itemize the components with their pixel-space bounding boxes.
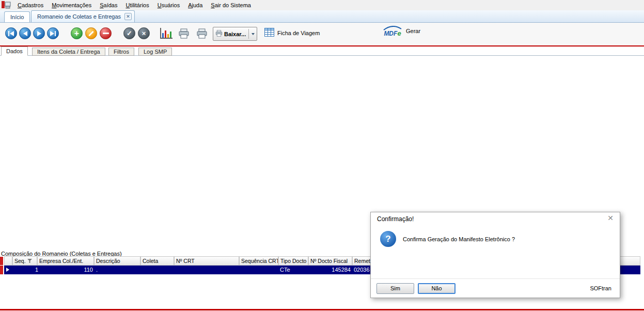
mdfe-logo: MDFe [382, 26, 403, 41]
menu-cadastros[interactable]: Cadastros [13, 0, 48, 10]
application-window: Cadastros Movimentações Saídas Utilitári… [0, 0, 644, 311]
toolbar: + ✓ × Baixar... Ficha de Viagem MDFe Ger… [0, 23, 644, 46]
comp-grid-header-seqcrt[interactable]: Sequência CRT [239, 256, 278, 266]
baixar-label: Baixar... [224, 31, 246, 37]
menu-movimentacoes[interactable]: Movimentações [48, 0, 96, 10]
comp-cell-descricao: . [96, 266, 137, 274]
comp-grid-row-indicator-icon [6, 268, 9, 272]
nav-last-button[interactable] [47, 27, 59, 39]
menu-sair-do-sistema[interactable]: Sair do Sistema [207, 0, 255, 10]
baixar-dropdown-arrow[interactable] [250, 28, 256, 40]
comp-cell-ndocto: 145284 [308, 266, 351, 274]
subtab-filtros[interactable]: Filtros [108, 48, 134, 56]
comp-cell-tipodocto: CTe [280, 266, 307, 274]
bottom-red-line [0, 309, 644, 310]
question-icon: ? [380, 231, 396, 247]
mdfe-e: e [397, 29, 401, 37]
comp-grid-header-descricao[interactable]: Descrição [94, 256, 140, 266]
tab-close-icon[interactable]: ✕ [124, 13, 132, 20]
confirmation-dialog: Confirmação! ✕ ? Confirma Geração do Man… [370, 212, 620, 298]
print-button[interactable] [178, 28, 190, 40]
dialog-close-icon[interactable]: ✕ [606, 214, 615, 222]
comp-cell-seq: 1 [12, 266, 38, 274]
print-preview-button[interactable] [196, 28, 208, 40]
red-marker [0, 257, 3, 265]
comp-grid-header-ndocto[interactable]: Nº Docto Fiscal [308, 256, 352, 266]
gerar-label: Gerar [406, 28, 420, 34]
subtab-log-smp[interactable]: Log SMP [138, 48, 172, 56]
nav-next-button[interactable] [33, 27, 45, 39]
subtab-dados[interactable]: Dados [1, 46, 28, 56]
menu-bar: Cadastros Movimentações Saídas Utilitári… [0, 0, 644, 10]
confirm-button[interactable]: ✓ [123, 27, 135, 39]
comp-header-seq-label: Seq. [14, 257, 26, 265]
subtab-itens[interactable]: Itens da Coleta / Entrega [32, 48, 105, 56]
comp-grid-header-ncrt[interactable]: Nº CRT [174, 256, 239, 266]
baixar-button[interactable]: Baixar... [213, 27, 257, 41]
menu-utilitarios[interactable]: Utilitários [121, 0, 153, 10]
comp-grid-indicator-header [4, 256, 12, 266]
red-marker [0, 266, 3, 274]
add-button[interactable]: + [71, 27, 83, 39]
window-tab-strip: Início Romaneio de Coletas e Entregas ✕ [0, 10, 644, 23]
dialog-message: Confirma Geração do Manifesto Eletrônico… [403, 236, 515, 242]
nao-button[interactable]: Não [418, 283, 455, 294]
comp-grid-header-coleta[interactable]: Coleta [140, 256, 174, 266]
ficha-de-viagem-label: Ficha de Viagem [277, 30, 320, 36]
dialog-divider [371, 278, 620, 279]
chart-icon[interactable] [160, 28, 172, 39]
nav-prev-button[interactable] [19, 27, 31, 39]
tab-romaneio-label: Romaneio de Coletas e Entregas [37, 13, 121, 20]
edit-button[interactable] [85, 27, 97, 39]
tab-inicio[interactable]: Início [4, 11, 30, 22]
menu-ajuda[interactable]: Ajuda [184, 0, 207, 10]
filter-funnel-icon[interactable] [27, 257, 32, 265]
dialog-title: Confirmação! [377, 215, 414, 223]
dialog-brand-label: SOFtran [590, 285, 611, 291]
comp-cell-empresa: 110 [38, 266, 93, 274]
sim-button[interactable]: Sim [376, 283, 414, 294]
ficha-de-viagem-button[interactable]: Ficha de Viagem [264, 28, 320, 38]
tab-romaneio[interactable]: Romaneio de Coletas e Entregas ✕ [31, 10, 135, 22]
comp-grid-header-seq[interactable]: Seq. [12, 256, 37, 266]
grid-icon [264, 28, 274, 38]
menu-usuarios[interactable]: Usuários [153, 0, 184, 10]
comp-grid-header-tipodocto[interactable]: Tipo Docto [278, 256, 308, 266]
app-icon [2, 1, 11, 9]
nav-first-button[interactable] [5, 27, 17, 39]
cancel-button[interactable]: × [138, 27, 150, 39]
divider [248, 29, 249, 39]
printer-icon [215, 30, 223, 38]
mdfe-text: MDF [384, 30, 397, 37]
menu-saidas[interactable]: Saídas [96, 0, 121, 10]
gerar-button[interactable]: Gerar [406, 28, 420, 34]
delete-button[interactable] [100, 27, 112, 39]
comp-grid-header-empresa[interactable]: Empresa Col./Ent. [37, 256, 94, 266]
